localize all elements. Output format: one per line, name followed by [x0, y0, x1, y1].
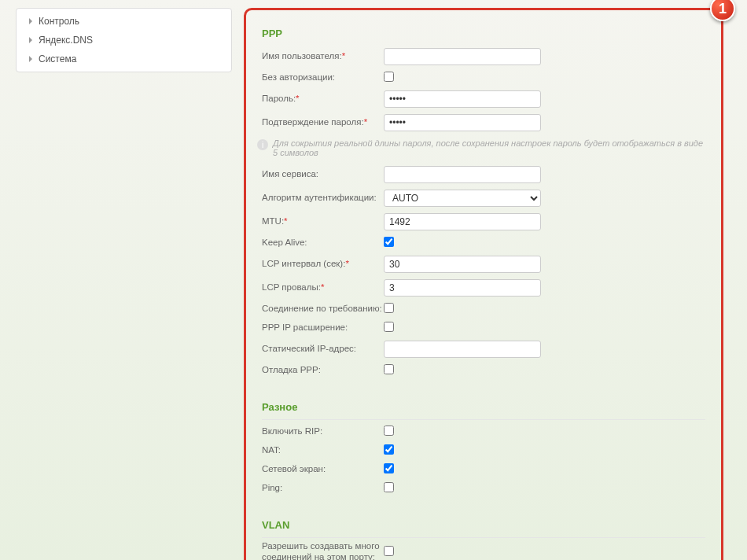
label-dial-on-demand: Соединение по требованию: — [262, 304, 384, 315]
label-username: Имя пользователя:* — [262, 51, 384, 62]
label-firewall: Сетевой экран: — [262, 464, 384, 475]
sidebar-item-label: Система — [39, 53, 76, 64]
noauth-checkbox[interactable] — [384, 72, 394, 82]
label-keepalive: Keep Alive: — [262, 238, 384, 249]
service-input[interactable] — [384, 166, 541, 183]
label-static-ip: Статический IP-адрес: — [262, 344, 384, 355]
password-hint: iДля сокрытия реальной длины пароля, пос… — [257, 138, 705, 157]
divider — [262, 537, 705, 538]
sidebar-item-label: Контроль — [39, 16, 79, 27]
sidebar-item-label: Яндекс.DNS — [39, 35, 93, 46]
info-icon: i — [257, 139, 268, 150]
chevron-right-icon — [28, 37, 34, 43]
label-mtu: MTU:* — [262, 216, 384, 227]
nat-checkbox[interactable] — [384, 444, 394, 455]
label-rip: Включить RIP: — [262, 426, 384, 437]
label-noauth: Без авторизации: — [262, 72, 384, 83]
debug-ppp-checkbox[interactable] — [384, 364, 394, 374]
sidebar-item-system[interactable]: Система — [17, 50, 231, 68]
keepalive-checkbox[interactable] — [384, 237, 394, 247]
static-ip-input[interactable] — [384, 341, 541, 358]
label-debug-ppp: Отладка PPP: — [262, 365, 384, 376]
mtu-input[interactable] — [384, 213, 541, 230]
password-confirm-input[interactable] — [384, 114, 541, 131]
label-lcp-fails: LCP провалы:* — [262, 282, 384, 293]
callout-badge-1: 1 — [710, 0, 735, 21]
label-ppp-ip-ext: PPP IP расширение: — [262, 322, 384, 333]
section-title-vlan: VLAN — [262, 519, 705, 531]
lcp-fails-input[interactable] — [384, 279, 541, 297]
section-title-misc: Разное — [262, 401, 705, 413]
sidebar: Контроль Яндекс.DNS Система — [16, 8, 232, 72]
divider — [262, 419, 705, 420]
label-multi-conn: Разрешить создавать много соединений на … — [262, 541, 384, 560]
firewall-checkbox[interactable] — [384, 463, 394, 473]
label-ping: Ping: — [262, 483, 384, 494]
username-input[interactable] — [384, 48, 541, 65]
section-title-ppp: PPP — [262, 28, 705, 39]
label-password-confirm: Подтверждение пароля:* — [262, 117, 384, 128]
password-input[interactable] — [384, 90, 541, 108]
lcp-interval-input[interactable] — [384, 256, 541, 273]
sidebar-item-control[interactable]: Контроль — [17, 12, 231, 31]
chevron-right-icon — [28, 18, 34, 24]
settings-form-highlight: 1 PPP Имя пользователя:* Без авторизации… — [244, 8, 723, 560]
label-service: Имя сервиса: — [262, 169, 384, 180]
multi-conn-checkbox[interactable] — [384, 546, 394, 556]
auth-algo-select[interactable]: AUTO — [384, 190, 541, 207]
sidebar-item-yandex-dns[interactable]: Яндекс.DNS — [17, 31, 231, 50]
label-auth-algo: Алгоритм аутентификации: — [262, 193, 384, 204]
label-nat: NAT: — [262, 445, 384, 456]
ping-checkbox[interactable] — [384, 482, 394, 492]
rip-checkbox[interactable] — [384, 426, 394, 436]
chevron-right-icon — [28, 56, 34, 62]
dial-on-demand-checkbox[interactable] — [384, 303, 394, 313]
ppp-ip-ext-checkbox[interactable] — [384, 322, 394, 332]
label-lcp-interval: LCP интервал (сек):* — [262, 259, 384, 270]
main-content: 1 PPP Имя пользователя:* Без авторизации… — [232, 8, 747, 560]
label-password: Пароль:* — [262, 94, 384, 105]
